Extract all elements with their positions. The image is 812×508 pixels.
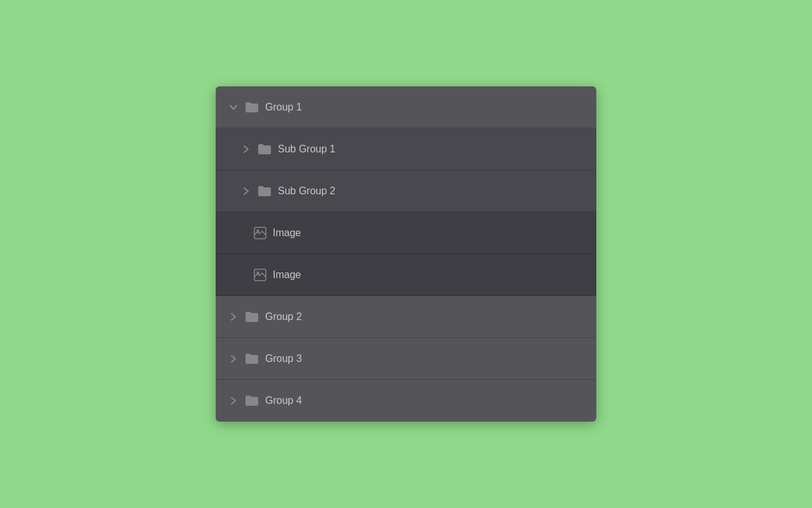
folder-icon: [245, 353, 259, 364]
folder-icon: [258, 185, 272, 197]
chevron-down-icon: [228, 102, 239, 112]
chevron-right-icon: [228, 354, 239, 364]
tree-item-group3[interactable]: Group 3: [216, 338, 596, 380]
folder-icon: [245, 102, 259, 113]
folder-icon: [245, 395, 259, 406]
tree-item-subgroup2[interactable]: Sub Group 2: [216, 170, 596, 212]
chevron-right-icon: [228, 312, 239, 322]
chevron-right-icon: [241, 144, 251, 154]
group4-label: Group 4: [265, 395, 302, 406]
folder-icon: [258, 144, 272, 155]
chevron-right-icon: [241, 186, 251, 196]
tree-container: Group 1 Sub Group 1 Sub Group 2: [216, 86, 596, 422]
group3-label: Group 3: [265, 353, 302, 364]
group2-label: Group 2: [265, 311, 302, 323]
image2-label: Image: [273, 269, 301, 281]
folder-icon: [245, 311, 259, 323]
subgroup2-label: Sub Group 2: [278, 185, 336, 197]
tree-item-image2[interactable]: Image: [216, 254, 596, 296]
image1-label: Image: [273, 227, 301, 239]
chevron-right-icon: [228, 396, 239, 406]
tree-item-group2[interactable]: Group 2: [216, 296, 596, 338]
tree-item-group1[interactable]: Group 1: [216, 86, 596, 128]
tree-item-image1[interactable]: Image: [216, 212, 596, 254]
subgroup1-label: Sub Group 1: [278, 144, 336, 155]
tree-item-subgroup1[interactable]: Sub Group 1: [216, 128, 596, 170]
image-icon: [254, 227, 266, 239]
group1-label: Group 1: [265, 102, 302, 113]
tree-item-group4[interactable]: Group 4: [216, 380, 596, 422]
image-icon: [254, 269, 266, 281]
